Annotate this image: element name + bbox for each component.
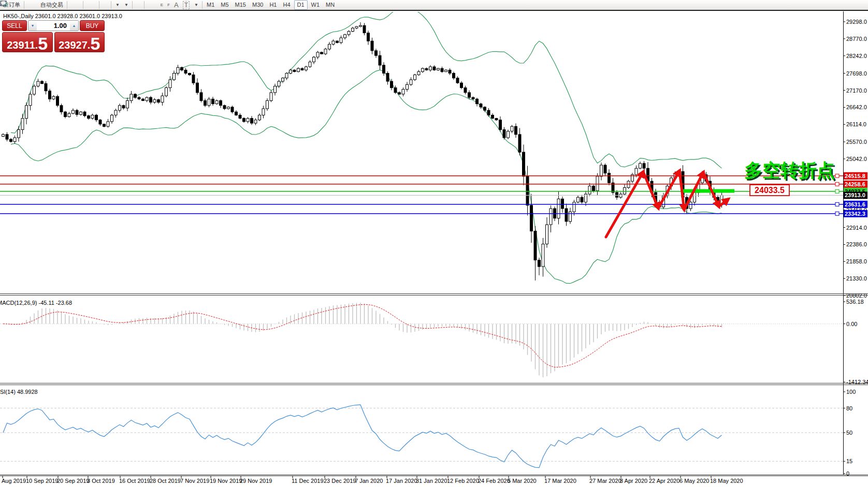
svg-text:Aug 2019: Aug 2019 — [2, 478, 26, 484]
svg-text:27 Mar 2020: 27 Mar 2020 — [589, 478, 621, 484]
support-zone-bar — [682, 189, 734, 193]
timeframe-button-H4[interactable]: H4 — [280, 1, 293, 9]
svg-text:31 Jan 2020: 31 Jan 2020 — [416, 478, 447, 484]
auto-scroll-button[interactable] — [101, 0, 105, 10]
candlestick-series — [2, 22, 724, 281]
svg-text:17 Mar 2020: 17 Mar 2020 — [544, 478, 576, 484]
timeframe-button-M15[interactable]: M15 — [233, 1, 249, 9]
fibonacci-button[interactable]: F — [165, 0, 172, 10]
buy-price-main: 23927 — [59, 40, 88, 50]
autotrading-button[interactable]: 自动交易 — [38, 0, 65, 10]
label-tool-glyph: T — [183, 1, 190, 9]
zoom-in-button[interactable] — [85, 0, 89, 10]
toolbar-separator — [132, 1, 133, 9]
arrows-button[interactable]: ▼ — [192, 0, 200, 10]
toolbar-separator — [144, 1, 144, 9]
charts-window-button[interactable] — [30, 0, 34, 10]
buy-price-frac: 5 — [90, 37, 100, 50]
chat-icon[interactable] — [0, 0, 7, 7]
timeframe-button-W1[interactable]: W1 — [309, 1, 323, 9]
timeframe-button-H1[interactable]: H1 — [267, 1, 279, 9]
svg-text:5 Mar 2020: 5 Mar 2020 — [508, 478, 537, 484]
trendline-button[interactable] — [154, 0, 158, 10]
timeframe-button-M30[interactable]: M30 — [250, 1, 266, 9]
label-button[interactable]: T — [181, 0, 192, 10]
price-callout-text: 24033.5 — [755, 186, 785, 195]
signals-button[interactable] — [34, 0, 38, 10]
buy-label: BUY — [86, 22, 99, 29]
timeframe-button-M1[interactable]: M1 — [204, 1, 217, 9]
price-level-tag-text: 24258.6 — [845, 181, 865, 187]
svg-text:0: 0 — [846, 470, 849, 477]
svg-text:22386.0: 22386.0 — [846, 241, 867, 247]
macd-pane — [0, 303, 843, 377]
vertical-line-button[interactable] — [146, 0, 150, 10]
svg-text:11 Dec 2019: 11 Dec 2019 — [292, 478, 324, 484]
price-level-tag-text: 23631.6 — [845, 201, 865, 208]
chart-canvas[interactable]: 多空转折点多空转折点24033.529298.028770.028242.027… — [0, 11, 868, 487]
timeframe-button-MN[interactable]: MN — [323, 1, 337, 9]
timeframe-button-D1[interactable]: D1 — [294, 0, 308, 10]
candlestick-chart-button[interactable] — [73, 0, 77, 10]
svg-text:12 Feb 2020: 12 Feb 2020 — [447, 478, 479, 484]
equidistant-channel-button[interactable]: E — [158, 0, 165, 10]
svg-text:28 Oct 2019: 28 Oct 2019 — [150, 478, 181, 484]
toolbar-separator — [202, 1, 202, 9]
svg-text:80: 80 — [846, 405, 852, 411]
bollinger-upper-band — [11, 11, 722, 168]
svg-text:17 Jan 2020: 17 Jan 2020 — [386, 478, 417, 484]
autotrading-label: 自动交易 — [40, 1, 63, 9]
chevron-down-icon: ▼ — [124, 3, 128, 7]
zoom-out-button[interactable] — [89, 0, 93, 10]
svg-text:100: 100 — [846, 389, 856, 395]
chart-shift-button[interactable] — [105, 0, 109, 10]
sell-price-frac: 5 — [38, 37, 48, 50]
sell-label: SELL — [7, 22, 22, 29]
text-button[interactable]: A — [172, 0, 181, 10]
line-anchor-handle — [835, 189, 839, 193]
svg-text:27170.0: 27170.0 — [846, 87, 867, 94]
svg-text:22914.0: 22914.0 — [846, 225, 867, 231]
buy-price-display[interactable]: 23927.5 — [54, 32, 105, 52]
svg-text:50: 50 — [846, 430, 852, 436]
bar-chart-button[interactable] — [69, 0, 73, 10]
headline-text: 多空转折点 — [744, 160, 835, 180]
timeframe-toolbar: M1M5M15M30H1H4D1W1MN — [204, 0, 337, 10]
main-toolbar: 新订单 自动交易 — [0, 0, 868, 11]
svg-text:22 Apr 2020: 22 Apr 2020 — [649, 478, 679, 484]
toolbar-separator — [83, 1, 83, 9]
svg-text:24 Feb 2020: 24 Feb 2020 — [478, 478, 510, 484]
toolbar-separator — [99, 1, 99, 9]
line-chart-button[interactable] — [77, 0, 81, 10]
cursor-button[interactable] — [134, 0, 138, 10]
volume-stepper: ▼ ▲ — [28, 20, 79, 31]
toolbar-separator — [111, 1, 111, 9]
sell-button[interactable]: SELL — [2, 20, 27, 31]
svg-text:536.18: 536.18 — [846, 299, 864, 305]
svg-text:6 May 2020: 6 May 2020 — [679, 478, 709, 484]
volume-increase-button[interactable]: ▲ — [70, 21, 78, 31]
line-anchor-handle — [835, 174, 839, 178]
crosshair-button[interactable] — [138, 0, 142, 10]
svg-text:29298.0: 29298.0 — [846, 19, 867, 25]
tile-windows-button[interactable] — [93, 0, 97, 10]
svg-text:19 Nov 2019: 19 Nov 2019 — [210, 478, 242, 484]
horizontal-line-button[interactable] — [150, 0, 154, 10]
metaeditor-button[interactable] — [26, 0, 30, 10]
volume-input[interactable] — [37, 21, 68, 30]
volume-decrease-button[interactable]: ▼ — [28, 21, 37, 31]
svg-text:3 Oct 2019: 3 Oct 2019 — [87, 478, 115, 484]
indicators-button[interactable]: ▼ — [113, 0, 122, 10]
buy-button[interactable]: BUY — [80, 20, 105, 31]
sell-price-main: 23911 — [7, 40, 35, 50]
line-anchor-handle — [835, 182, 839, 186]
svg-text:29 Nov 2019: 29 Nov 2019 — [240, 478, 272, 484]
bollinger-lower-band — [11, 70, 722, 284]
toolbar-separator — [67, 1, 67, 9]
timeframe-button-M5[interactable]: M5 — [218, 1, 231, 9]
svg-text:16 Oct 2019: 16 Oct 2019 — [119, 478, 150, 484]
svg-text:21330.0: 21330.0 — [846, 275, 867, 282]
periods-button[interactable]: ▼ — [122, 0, 131, 10]
svg-text:7 Jan 2020: 7 Jan 2020 — [355, 478, 383, 484]
sell-price-display[interactable]: 23911.5 — [2, 32, 53, 52]
